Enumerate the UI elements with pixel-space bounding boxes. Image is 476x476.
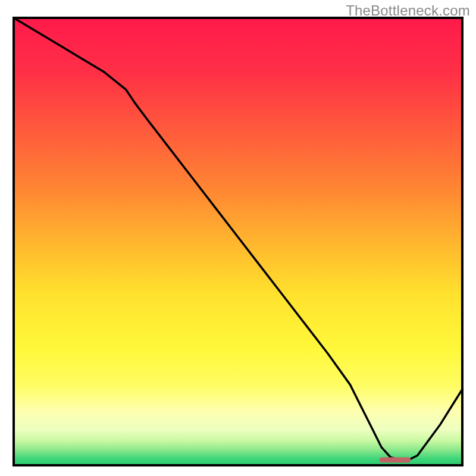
chart-container: TheBottleneck.com xyxy=(0,0,476,476)
chart-background xyxy=(14,18,462,465)
optimal-marker xyxy=(380,457,411,462)
bottleneck-chart xyxy=(0,0,476,476)
watermark-text: TheBottleneck.com xyxy=(346,2,470,19)
